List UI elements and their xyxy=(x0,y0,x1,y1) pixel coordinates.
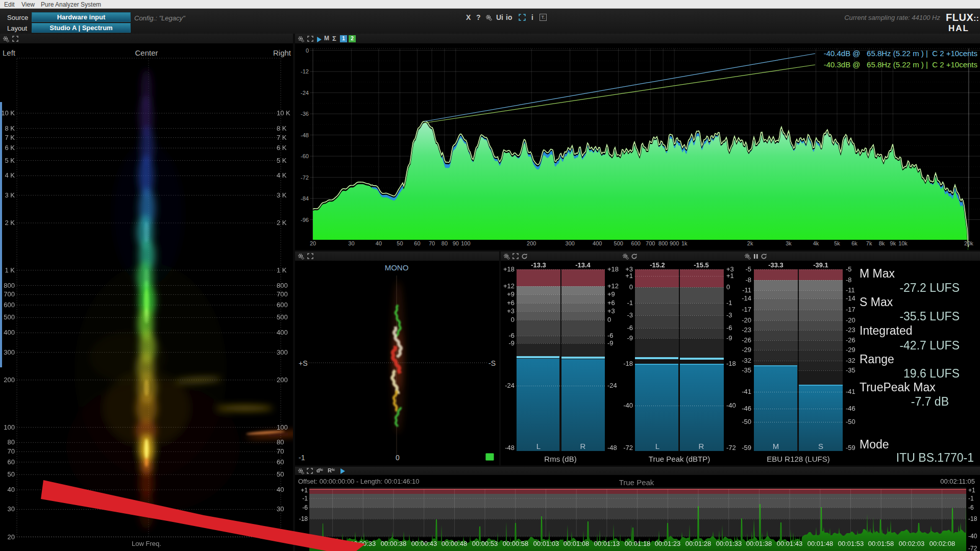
svg-text:700: 700 xyxy=(277,290,288,298)
svg-text:50: 50 xyxy=(277,470,284,478)
svg-text:4k: 4k xyxy=(813,240,819,246)
svg-text:20: 20 xyxy=(310,240,316,246)
svg-text:600: 600 xyxy=(631,240,641,246)
svg-text:400: 400 xyxy=(277,329,288,336)
svg-text:800: 800 xyxy=(4,282,15,289)
svg-text:2 K: 2 K xyxy=(277,219,287,227)
svg-text:40: 40 xyxy=(8,486,15,493)
svg-text:100: 100 xyxy=(277,423,288,431)
svg-text:1 K: 1 K xyxy=(277,266,287,274)
svg-text:300: 300 xyxy=(277,348,288,356)
svg-text:70: 70 xyxy=(277,447,284,455)
svg-text:100: 100 xyxy=(4,423,15,431)
svg-text:1k: 1k xyxy=(681,240,688,246)
svg-text:7k: 7k xyxy=(866,240,872,246)
svg-text:3k: 3k xyxy=(786,240,792,246)
svg-text:60: 60 xyxy=(414,240,420,246)
svg-text:600: 600 xyxy=(277,301,288,309)
svg-text:50: 50 xyxy=(397,240,403,246)
svg-text:60: 60 xyxy=(8,458,15,466)
svg-text:300: 300 xyxy=(4,348,15,356)
svg-text:30: 30 xyxy=(8,505,15,513)
svg-text:-48: -48 xyxy=(301,132,309,138)
svg-text:30: 30 xyxy=(348,240,354,246)
svg-text:20k: 20k xyxy=(964,240,973,246)
svg-text:4 K: 4 K xyxy=(5,171,15,179)
svg-text:500: 500 xyxy=(614,240,623,246)
svg-text:5 K: 5 K xyxy=(277,157,287,164)
svg-text:9k: 9k xyxy=(890,240,896,246)
svg-text:500: 500 xyxy=(4,313,15,321)
svg-text:-36: -36 xyxy=(301,111,309,117)
svg-text:2 K: 2 K xyxy=(5,219,15,227)
svg-text:80: 80 xyxy=(8,438,15,446)
svg-text:2k: 2k xyxy=(747,240,753,246)
svg-text:300: 300 xyxy=(566,240,575,246)
svg-text:-24: -24 xyxy=(301,90,309,96)
svg-text:600: 600 xyxy=(4,301,15,309)
svg-text:7 K: 7 K xyxy=(277,134,287,141)
svg-text:10 K: 10 K xyxy=(277,109,290,117)
svg-text:6k: 6k xyxy=(851,240,857,246)
svg-text:400: 400 xyxy=(593,240,602,246)
svg-text:7 K: 7 K xyxy=(5,134,15,141)
svg-text:200: 200 xyxy=(277,376,288,384)
svg-text:900: 900 xyxy=(670,240,679,246)
svg-text:30: 30 xyxy=(277,505,284,513)
svg-text:10k: 10k xyxy=(898,240,908,246)
svg-text:8 K: 8 K xyxy=(277,124,287,132)
svg-text:100: 100 xyxy=(461,240,470,246)
svg-text:20: 20 xyxy=(8,533,15,541)
svg-text:80: 80 xyxy=(277,438,284,446)
svg-text:8 K: 8 K xyxy=(5,124,15,132)
svg-text:700: 700 xyxy=(4,290,15,298)
svg-text:1 K: 1 K xyxy=(5,266,15,274)
svg-text:20: 20 xyxy=(277,533,284,541)
svg-text:-40.3dB @ 65.8Hz (5.22 m ) |: -40.3dB @ 65.8Hz (5.22 m ) | C 2 +10cent… xyxy=(824,60,977,69)
svg-text:-84: -84 xyxy=(301,195,309,202)
svg-text:5k: 5k xyxy=(834,240,840,246)
svg-text:-12: -12 xyxy=(301,68,309,74)
svg-text:80: 80 xyxy=(442,240,448,246)
svg-text:800: 800 xyxy=(277,282,288,289)
svg-text:6 K: 6 K xyxy=(277,144,287,152)
svg-text:5 K: 5 K xyxy=(5,157,15,164)
svg-text:70: 70 xyxy=(8,447,15,455)
svg-text:10 K: 10 K xyxy=(1,109,15,117)
svg-text:8k: 8k xyxy=(879,240,885,246)
svg-text:200: 200 xyxy=(4,376,15,384)
svg-text:500: 500 xyxy=(277,313,288,321)
svg-text:-60: -60 xyxy=(301,153,309,159)
svg-text:90: 90 xyxy=(453,240,459,246)
svg-text:-40.4dB @ 65.8Hz (5.22 m ) |: -40.4dB @ 65.8Hz (5.22 m ) | C 2 +10cent… xyxy=(824,49,977,58)
svg-text:3 K: 3 K xyxy=(277,191,287,199)
svg-text:700: 700 xyxy=(646,240,655,246)
svg-text:50: 50 xyxy=(8,470,15,478)
svg-text:-72: -72 xyxy=(301,174,309,181)
svg-text:60: 60 xyxy=(277,458,284,466)
svg-text:0: 0 xyxy=(306,47,309,54)
svg-text:3 K: 3 K xyxy=(5,191,15,199)
svg-text:200: 200 xyxy=(527,240,536,246)
svg-text:4 K: 4 K xyxy=(277,171,287,179)
svg-text:70: 70 xyxy=(429,240,435,246)
svg-text:400: 400 xyxy=(4,329,15,336)
svg-text:6 K: 6 K xyxy=(5,144,15,152)
svg-text:800: 800 xyxy=(658,240,668,246)
svg-text:-96: -96 xyxy=(301,217,309,223)
svg-text:40: 40 xyxy=(277,486,284,493)
svg-text:40: 40 xyxy=(376,240,382,246)
